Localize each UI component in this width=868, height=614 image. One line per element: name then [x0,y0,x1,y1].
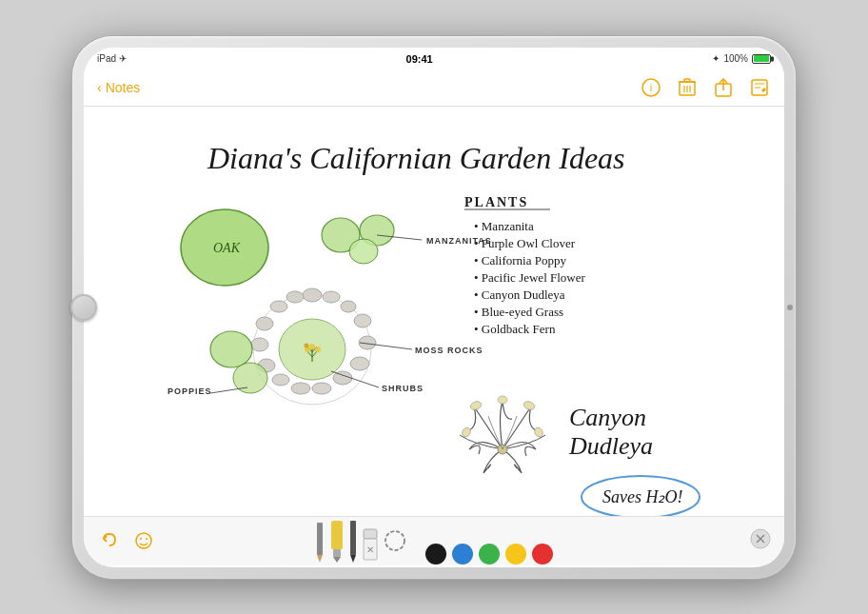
svg-point-66 [523,400,536,411]
back-chevron-icon: ‹ [97,80,102,95]
compose-icon[interactable] [748,76,771,99]
svg-point-34 [354,314,371,327]
svg-point-31 [303,288,322,302]
status-bar: iPad ✈ 09:41 ✦ 100% [84,48,784,70]
pencil-tool[interactable] [315,517,325,564]
ipad-label: iPad ✈ [97,53,127,64]
nav-back[interactable]: ‹ Notes [97,80,140,95]
svg-text:• Blue-eyed Grass: • Blue-eyed Grass [474,305,563,319]
drawing-surface[interactable]: Diana's Californian Garden Ideas PLANTS … [84,107,784,516]
eraser-tool[interactable]: ✕ [363,517,378,564]
svg-rect-79 [331,521,343,549]
trash-icon[interactable] [676,76,699,99]
status-time: 09:41 [406,53,433,65]
color-blue[interactable] [452,544,473,564]
lasso-tool[interactable] [384,517,406,564]
svg-text:Diana's Californian Garden Ide: Diana's Californian Garden Ideas [207,141,625,175]
bluetooth-icon: ✦ [712,53,720,64]
svg-text:MOSS ROCKS: MOSS ROCKS [415,346,483,355]
svg-text:• Manzanita: • Manzanita [474,219,534,233]
color-black[interactable] [425,544,446,564]
svg-point-32 [323,291,340,303]
svg-marker-83 [350,555,356,563]
svg-point-67 [498,396,507,404]
svg-point-45 [286,291,304,303]
svg-point-39 [291,383,310,394]
pen-tool[interactable] [349,517,357,564]
battery-icon [752,54,771,64]
color-yellow[interactable] [505,544,526,564]
toolbar-left-actions [97,528,156,553]
upload-icon[interactable] [712,76,735,99]
svg-point-75 [140,538,142,540]
status-left: iPad ✈ [97,53,127,64]
svg-text:i: i [650,82,652,93]
svg-text:• Goldback Fern: • Goldback Fern [474,322,556,336]
nav-actions: i [640,76,771,99]
svg-point-38 [312,383,331,394]
battery-label: 100% [723,53,748,64]
svg-text:MANZANITAS: MANZANITAS [426,236,492,246]
nav-bar: ‹ Notes i [84,70,784,107]
svg-point-58 [309,344,315,349]
status-right: ✦ 100% [712,53,771,64]
svg-rect-77 [317,523,323,555]
svg-text:POPPIES: POPPIES [168,386,212,396]
svg-point-65 [469,400,483,411]
color-green[interactable] [479,544,500,564]
svg-point-59 [305,343,309,347]
emoji-button[interactable] [131,528,156,553]
svg-point-40 [272,374,289,386]
home-button[interactable] [70,294,97,321]
drawing-toolbar: ✕ [84,516,784,565]
svg-rect-84 [364,529,377,539]
marker-tool[interactable] [330,517,344,564]
ipad-screen: iPad ✈ 09:41 ✦ 100% ‹ Notes [84,48,784,567]
svg-point-87 [385,531,404,550]
svg-marker-78 [317,555,323,563]
svg-point-43 [256,317,273,330]
svg-text:Dudleya: Dudleya [568,432,653,460]
svg-rect-82 [350,521,356,555]
svg-text:OAK: OAK [213,241,241,255]
svg-text:• Pacific Jewel Flower: • Pacific Jewel Flower [474,270,585,285]
svg-point-33 [341,301,356,312]
note-canvas: Diana's Californian Garden Ideas PLANTS … [84,107,784,516]
svg-text:SHRUBS: SHRUBS [382,384,424,393]
drawing-tools: ✕ [315,517,553,564]
ipad-device: iPad ✈ 09:41 ✦ 100% ‹ Notes [72,36,796,579]
color-red[interactable] [532,544,553,564]
svg-point-44 [270,301,287,312]
svg-text:Canyon: Canyon [569,404,646,431]
back-label[interactable]: Notes [106,80,141,95]
svg-point-27 [349,239,378,264]
svg-rect-80 [333,549,341,557]
svg-text:Saves H₂O!: Saves H₂O! [602,487,682,506]
svg-point-60 [210,331,252,367]
svg-rect-4 [684,79,690,82]
toolbar-close-button[interactable] [750,528,771,553]
svg-point-76 [146,538,148,540]
svg-text:• California Poppy: • California Poppy [474,253,566,267]
svg-text:• Canyon Dudleya: • Canyon Dudleya [474,287,565,302]
svg-point-36 [350,357,369,370]
svg-text:✕: ✕ [366,545,374,555]
svg-point-42 [251,338,268,351]
svg-marker-81 [333,557,341,563]
share-circle-icon[interactable]: i [640,76,662,99]
svg-point-74 [136,533,151,548]
undo-button[interactable] [97,528,122,553]
svg-point-57 [315,347,321,352]
svg-text:PLANTS: PLANTS [464,195,528,209]
side-button [787,305,793,310]
